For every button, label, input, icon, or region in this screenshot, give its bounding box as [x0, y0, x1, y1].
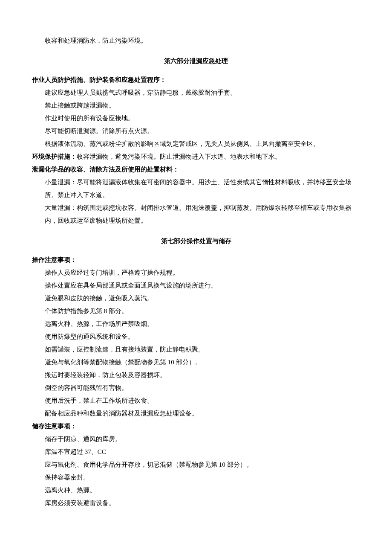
s7-store-line: 远离火种、热源。: [32, 484, 360, 497]
s7-store-line: 库房必须安装避雷设备。: [32, 497, 360, 509]
s6-block1-line: 建议应急处理人员戴携气式呼吸器，穿防静电服，戴橡胶耐油手套。: [32, 86, 360, 99]
s7-store-line: 储存于阴凉、通风的库房。: [32, 433, 360, 445]
s6-block1-line: 根据液体流动、蒸汽或粉尘扩散的影响区域划定警戒区，无关人员从侧风、上风向撤离至安…: [32, 137, 360, 150]
s7-op-line: 使用后洗手，禁止在工作场所进饮食。: [32, 394, 360, 407]
s7-store-line: 应与氧化剂、食用化学品分开存放，切忌混储（禁配物参见第 10 部分）。: [32, 458, 360, 471]
s6-block1-heading: 作业人员防护措施、防护装备和应急处置程序：: [32, 73, 360, 86]
s6-env-label: 环境保护措施：: [32, 153, 77, 160]
intro-line: 收容和处理消防水，防止污染环境。: [32, 34, 360, 47]
s7-op-line: 避免与氧化剂等禁配物接触（禁配物参见第 10 部分）。: [32, 356, 360, 369]
s6-block1-line: 禁止接触或跨越泄漏物。: [32, 99, 360, 112]
s7-op-heading: 操作注意事项：: [32, 253, 360, 266]
s7-op-line: 远离火种、热源，工作场所严禁吸烟。: [32, 317, 360, 330]
s6-block3-line: 小量泄漏：尽可能将泄漏液体收集在可密闭的容器中。用沙土、活性炭或其它惰性材料吸收…: [32, 176, 360, 201]
s7-store-line: 库温不宜超过 37。CC: [32, 445, 360, 458]
s6-block1-line: 作业时使用的所有设备应接地。: [32, 112, 360, 125]
section-6-title: 第六部分泄漏应急处理: [32, 55, 360, 67]
s7-op-line: 避免眼和皮肤的接触，避免吸入蒸汽。: [32, 292, 360, 305]
s7-store-heading: 储存注意事项：: [32, 420, 360, 433]
s7-op-line: 倒空的容器可能残留有害物。: [32, 381, 360, 394]
s7-op-line: 操作处置应在具备局部通风或全面通风换气设施的场所进行。: [32, 279, 360, 292]
s7-store-line: 保持容器密封。: [32, 471, 360, 484]
s6-env-row: 环境保护措施：收容泄漏物，避免污染环境。防止泄漏物进入下水道、地表水和地下水。: [32, 150, 360, 163]
s6-block3-heading: 泄漏化学品的收容、清除方法及所使用的处置材料：: [32, 163, 360, 176]
s6-env-text: 收容泄漏物，避免污染环境。防止泄漏物进入下水道、地表水和地下水。: [77, 153, 281, 160]
s7-op-line: 搬运时要轻装轻卸，防止包装及容器损坏。: [32, 369, 360, 381]
s7-op-line: 操作人员应经过专门培训，严格遵守操作规程。: [32, 266, 360, 279]
s7-op-line: 个体防护措施参见第 8 部分。: [32, 305, 360, 317]
s7-op-line: 如需罐装，应控制流速，且有接地装置，防止静电积聚。: [32, 343, 360, 356]
s6-block1-line: 尽可能切断泄漏源。消除所有点火源。: [32, 125, 360, 137]
s7-op-line: 使用防爆型的通风系统和设备。: [32, 330, 360, 343]
s7-op-line: 配备相应品种和数量的消防器材及泄漏应急处理设备。: [32, 407, 360, 420]
section-7-title: 第七部分操作处置与储存: [32, 235, 360, 247]
s6-block3-line: 大量泄漏：构筑围堤或挖坑收容。封闭排水管道。用泡沫覆盖，抑制蒸发。用防爆泵转移至…: [32, 201, 360, 227]
